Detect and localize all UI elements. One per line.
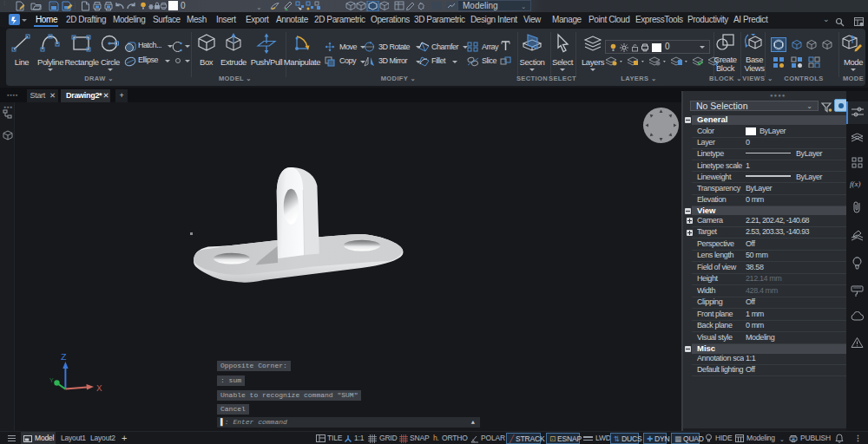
svg-text:Z: Z xyxy=(61,352,67,362)
svg-text:Y: Y xyxy=(49,376,54,384)
svg-text:X: X xyxy=(96,383,102,394)
